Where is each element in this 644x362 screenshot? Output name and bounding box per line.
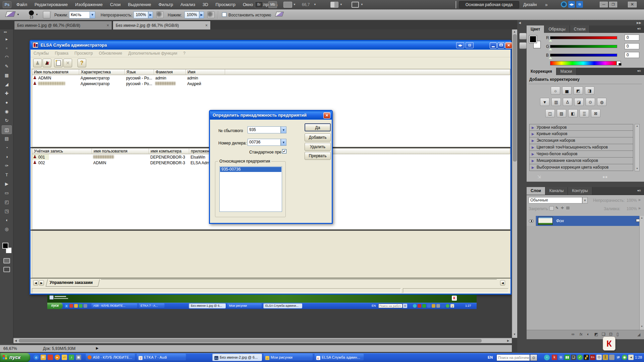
- tray-network-icon[interactable]: ⧉: [558, 355, 564, 360]
- tool-history-brush[interactable]: ↻: [2, 116, 12, 125]
- menu-analysis[interactable]: Анализ: [177, 0, 199, 9]
- elsa-titlebar[interactable]: ELSA Служба администратора ◀▶ ⊡ ✕: [31, 41, 511, 50]
- invert-icon[interactable]: ◫: [545, 109, 555, 117]
- tool-type[interactable]: T: [2, 171, 12, 179]
- red-slider[interactable]: [550, 36, 617, 39]
- expand-triangle-icon[interactable]: ▶: [532, 139, 534, 142]
- tab-color[interactable]: Цвет: [527, 25, 544, 33]
- red-slider-thumb[interactable]: [549, 39, 552, 42]
- layer-mask-icon[interactable]: ◐: [587, 332, 589, 337]
- cs-live-icon[interactable]: [561, 1, 567, 7]
- exposure-icon[interactable]: ◨: [585, 86, 594, 95]
- extras-icon[interactable]: [283, 2, 292, 8]
- dock-collapse-icon[interactable]: ◀: [519, 21, 521, 24]
- tray-sigma-icon[interactable]: Σ: [603, 355, 608, 360]
- visibility-eye-icon[interactable]: [529, 220, 534, 223]
- green-slider[interactable]: [550, 45, 617, 48]
- resize-grip-icon[interactable]: ◢: [637, 332, 640, 337]
- lock-all-icon[interactable]: [566, 206, 570, 209]
- tool-brush[interactable]: ●: [2, 98, 12, 107]
- elsa-panel-button[interactable]: ⊡: [466, 42, 474, 48]
- language-indicator[interactable]: EN: [488, 355, 493, 359]
- menu-3d[interactable]: 3D: [199, 0, 212, 9]
- photo-filter-icon[interactable]: ⊙: [586, 98, 595, 106]
- inner-task-jpg[interactable]: Без имени-1.jpg @ 6...: [189, 303, 226, 308]
- lock-pixels-icon[interactable]: ✎: [555, 206, 558, 210]
- dock-expand-icon[interactable]: ▶▶: [637, 21, 641, 24]
- tab-strip-scroll-icon[interactable]: ◀: [500, 280, 505, 286]
- users-row-2[interactable]: ♟ Администратор русский - Ро... Андрей: [32, 81, 510, 86]
- inner-task-a58[interactable]: A58 - КЛУБ ЛЮБИТЕ...: [91, 303, 138, 308]
- tab-adjustments[interactable]: Коррекция: [527, 68, 556, 75]
- clip-to-layer-icon[interactable]: ●●: [602, 174, 608, 179]
- screen-mode-toggle-icon[interactable]: [3, 267, 10, 272]
- panel-menu-icon[interactable]: ▾≡: [637, 27, 641, 31]
- vibrance-icon[interactable]: ▼: [540, 98, 549, 106]
- opacity-spinner-icon[interactable]: ▶: [148, 11, 153, 18]
- quicklaunch-mail-icon[interactable]: ✉: [41, 355, 46, 360]
- layers-scrollbar[interactable]: ▲▼: [639, 216, 644, 330]
- tray-gray-icon[interactable]: [609, 355, 614, 360]
- green-value-field[interactable]: 0: [625, 43, 639, 49]
- expand-triangle-icon[interactable]: ▶: [532, 132, 534, 136]
- sessions-col-computer[interactable]: имя компьютера: [149, 148, 189, 154]
- preset-channel-mixer[interactable]: ▶Микширование каналов наборов: [529, 158, 633, 164]
- standard-enterprise-checkbox[interactable]: ✔: [282, 149, 286, 154]
- elsa-menu-help[interactable]: ?: [180, 50, 189, 57]
- tab-close-icon[interactable]: ×: [205, 21, 208, 30]
- elsa-maximize-button[interactable]: [497, 42, 504, 49]
- expand-triangle-icon[interactable]: ▶: [532, 126, 534, 129]
- tool-path-selection[interactable]: ▶: [2, 180, 12, 188]
- dealer-number-combobox[interactable]: 00736: [248, 139, 281, 146]
- preset-selective-color[interactable]: ▶Выборочная коррекция цвета наборов: [529, 164, 633, 171]
- tab-layers[interactable]: Слои: [527, 187, 545, 195]
- search-magnifier-icon[interactable]: ⊙: [530, 354, 537, 361]
- tray-shield-icon[interactable]: ✓: [577, 355, 583, 360]
- delete-layer-icon[interactable]: ▯: [616, 332, 619, 337]
- dealer-number-arrow-icon[interactable]: ▼: [281, 139, 286, 146]
- toolbox-collapse-icon[interactable]: ▸▸: [4, 30, 7, 34]
- enterprises-listbox[interactable]: 935-00736: [219, 166, 282, 212]
- status-options-arrow-icon[interactable]: ▶: [96, 346, 99, 350]
- kaspersky-badge[interactable]: К: [603, 337, 615, 351]
- tool-shape[interactable]: ▭: [2, 189, 12, 197]
- arrange-dropdown-arrow-icon[interactable]: ▼: [340, 3, 342, 6]
- document-tab-1[interactable]: Без имени-1.jpg @ 66,7% (RGB/8) ×: [14, 21, 112, 29]
- inner-task-etka[interactable]: ETKA 7 - A...: [139, 303, 165, 308]
- background-layer-row[interactable]: Фон: [527, 216, 644, 226]
- users-col-surname[interactable]: Фамилия: [154, 69, 186, 75]
- elsa-delete-user-button[interactable]: ♟✗: [43, 59, 51, 67]
- dialog-close-button[interactable]: ✕: [323, 112, 330, 119]
- window-restore-button[interactable]: ❐: [609, 2, 617, 7]
- elsa-new-item-button[interactable]: ✶: [54, 59, 63, 67]
- scroll-thumb[interactable]: [19, 339, 482, 343]
- tab-swatches[interactable]: Образцы: [544, 25, 570, 33]
- preset-curves[interactable]: ▶Кривые наборов: [529, 131, 633, 137]
- abort-button[interactable]: Прервать: [305, 152, 331, 160]
- elsa-arrows-button[interactable]: ◀▶: [456, 42, 464, 48]
- expand-triangle-icon[interactable]: ▶: [532, 159, 534, 163]
- elsa-add-user-button[interactable]: ♟: [33, 59, 42, 67]
- airbrush-flow-icon[interactable]: [207, 11, 215, 18]
- screen-mode-dropdown-arrow-icon[interactable]: ▼: [361, 3, 363, 6]
- elsa-menu-update[interactable]: Обновление: [96, 50, 125, 57]
- enterprise-item-selected[interactable]: 935-00736: [220, 167, 281, 172]
- lock-position-icon[interactable]: ✛: [561, 206, 564, 210]
- scroll-thumb[interactable]: [513, 34, 517, 162]
- blend-mode-select[interactable]: Обычные: [529, 197, 582, 203]
- red-value-field[interactable]: 0: [625, 35, 639, 41]
- menu-filter[interactable]: Фильтр: [155, 0, 177, 9]
- workspace-button-active[interactable]: Основная рабочая среда: [459, 1, 519, 8]
- quicklaunch-folder-icon[interactable]: ▱: [62, 355, 67, 360]
- tool-preset-arrow-icon[interactable]: ▼: [17, 13, 19, 16]
- flow-value[interactable]: 100%: [184, 11, 199, 18]
- tray-monitor-icon[interactable]: 🖳: [615, 355, 621, 360]
- quicklaunch-player-icon[interactable]: ▸: [55, 355, 60, 360]
- color-balance-icon[interactable]: Δ: [563, 98, 572, 106]
- collapsed-panel-history-icon[interactable]: [519, 33, 527, 40]
- menu-select[interactable]: Выделение: [124, 0, 155, 9]
- sales-number-combobox[interactable]: 935: [248, 126, 281, 133]
- screen-mode-icon[interactable]: [352, 2, 359, 8]
- cs-live-arrows-icon[interactable]: ◀▶: [568, 1, 575, 8]
- tab-masks[interactable]: Маски: [556, 68, 577, 75]
